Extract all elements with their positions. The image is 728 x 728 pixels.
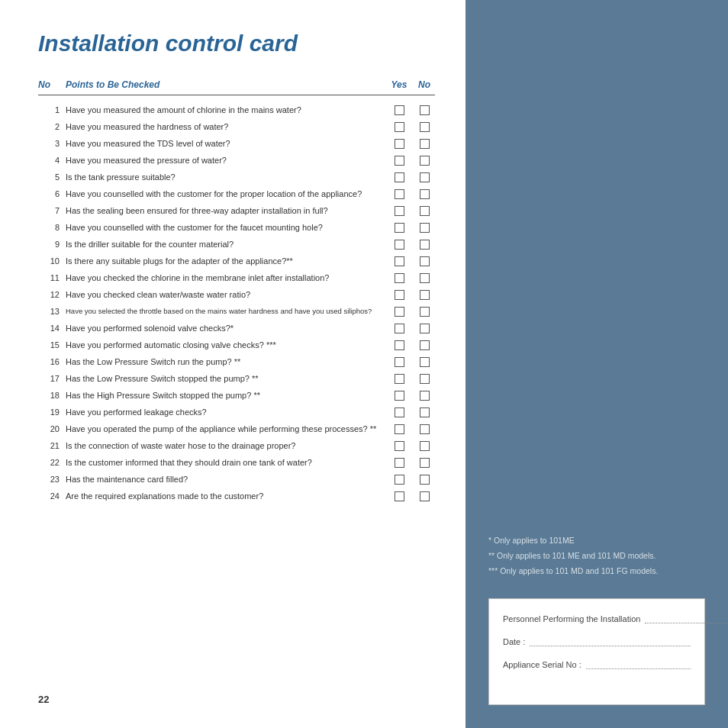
field-personnel: Personnel Performing the Installation (503, 614, 691, 623)
yes-checkbox[interactable] (385, 206, 414, 216)
checkbox-yes[interactable] (395, 290, 404, 300)
yes-checkbox[interactable] (385, 491, 414, 501)
no-checkbox[interactable] (414, 475, 435, 485)
checkbox-yes[interactable] (395, 122, 404, 132)
checkbox-no[interactable] (420, 273, 430, 283)
no-checkbox[interactable] (414, 105, 435, 115)
checkbox-yes[interactable] (395, 256, 404, 266)
yes-checkbox[interactable] (385, 256, 414, 266)
no-checkbox[interactable] (414, 223, 435, 233)
checkbox-no[interactable] (420, 122, 430, 132)
header-col-points: Points to Be Checked (66, 79, 385, 90)
yes-checkbox[interactable] (385, 391, 414, 401)
checkbox-no[interactable] (420, 357, 430, 367)
checkbox-yes[interactable] (395, 206, 404, 216)
yes-checkbox[interactable] (385, 189, 414, 199)
yes-checkbox[interactable] (385, 324, 414, 333)
checkbox-no[interactable] (420, 189, 430, 199)
checkbox-no[interactable] (420, 441, 430, 451)
yes-checkbox[interactable] (385, 475, 414, 485)
checkbox-no[interactable] (420, 407, 430, 417)
yes-checkbox[interactable] (385, 240, 414, 250)
no-checkbox[interactable] (414, 374, 435, 384)
no-checkbox[interactable] (414, 307, 435, 317)
no-checkbox[interactable] (414, 172, 435, 182)
checkbox-no[interactable] (420, 391, 430, 401)
no-checkbox[interactable] (414, 340, 435, 350)
yes-checkbox[interactable] (385, 458, 414, 468)
yes-checkbox[interactable] (385, 374, 414, 384)
yes-checkbox[interactable] (385, 273, 414, 283)
no-checkbox[interactable] (414, 206, 435, 216)
checkbox-yes[interactable] (395, 374, 404, 384)
checkbox-yes[interactable] (395, 324, 404, 333)
checkbox-no[interactable] (420, 172, 430, 182)
yes-checkbox[interactable] (385, 223, 414, 233)
yes-checkbox[interactable] (385, 105, 414, 115)
checkbox-no[interactable] (420, 206, 430, 216)
no-checkbox[interactable] (414, 240, 435, 250)
checkbox-yes[interactable] (395, 340, 404, 350)
yes-checkbox[interactable] (385, 172, 414, 182)
no-checkbox[interactable] (414, 441, 435, 451)
checkbox-no[interactable] (420, 324, 430, 333)
yes-checkbox[interactable] (385, 139, 414, 149)
checkbox-no[interactable] (420, 340, 430, 350)
checkbox-no[interactable] (420, 223, 430, 233)
yes-checkbox[interactable] (385, 156, 414, 166)
checkbox-yes[interactable] (395, 240, 404, 250)
checkbox-no[interactable] (420, 475, 430, 485)
no-checkbox[interactable] (414, 290, 435, 300)
no-checkbox[interactable] (414, 324, 435, 333)
checkbox-no[interactable] (420, 139, 430, 149)
checkbox-no[interactable] (420, 307, 430, 317)
checkbox-no[interactable] (420, 240, 430, 250)
no-checkbox[interactable] (414, 139, 435, 149)
no-checkbox[interactable] (414, 424, 435, 434)
checkbox-no[interactable] (420, 458, 430, 468)
no-checkbox[interactable] (414, 122, 435, 132)
checkbox-no[interactable] (420, 374, 430, 384)
checkbox-yes[interactable] (395, 407, 404, 417)
yes-checkbox[interactable] (385, 122, 414, 132)
yes-checkbox[interactable] (385, 357, 414, 367)
row-text: Is the customer informed that they shoul… (66, 457, 385, 468)
checkbox-no[interactable] (420, 256, 430, 266)
yes-checkbox[interactable] (385, 441, 414, 451)
no-checkbox[interactable] (414, 189, 435, 199)
checkbox-yes[interactable] (395, 105, 404, 115)
checkbox-yes[interactable] (395, 491, 404, 501)
checkbox-no[interactable] (420, 424, 430, 434)
yes-checkbox[interactable] (385, 307, 414, 317)
checkbox-no[interactable] (420, 290, 430, 300)
no-checkbox[interactable] (414, 391, 435, 401)
no-checkbox[interactable] (414, 156, 435, 166)
checkbox-yes[interactable] (395, 139, 404, 149)
checkbox-yes[interactable] (395, 156, 404, 166)
checkbox-no[interactable] (420, 156, 430, 166)
no-checkbox[interactable] (414, 491, 435, 501)
checkbox-no[interactable] (420, 105, 430, 115)
row-number: 3 (38, 139, 66, 148)
checkbox-yes[interactable] (395, 307, 404, 317)
checkbox-yes[interactable] (395, 424, 404, 434)
checkbox-yes[interactable] (395, 441, 404, 451)
no-checkbox[interactable] (414, 357, 435, 367)
checkbox-yes[interactable] (395, 475, 404, 485)
yes-checkbox[interactable] (385, 407, 414, 417)
no-checkbox[interactable] (414, 407, 435, 417)
checkbox-yes[interactable] (395, 172, 404, 182)
checkbox-yes[interactable] (395, 223, 404, 233)
checkbox-no[interactable] (420, 491, 430, 501)
no-checkbox[interactable] (414, 256, 435, 266)
checkbox-yes[interactable] (395, 458, 404, 468)
yes-checkbox[interactable] (385, 340, 414, 350)
checkbox-yes[interactable] (395, 357, 404, 367)
no-checkbox[interactable] (414, 273, 435, 283)
checkbox-yes[interactable] (395, 391, 404, 401)
yes-checkbox[interactable] (385, 424, 414, 434)
yes-checkbox[interactable] (385, 290, 414, 300)
no-checkbox[interactable] (414, 458, 435, 468)
checkbox-yes[interactable] (395, 189, 404, 199)
checkbox-yes[interactable] (395, 273, 404, 283)
